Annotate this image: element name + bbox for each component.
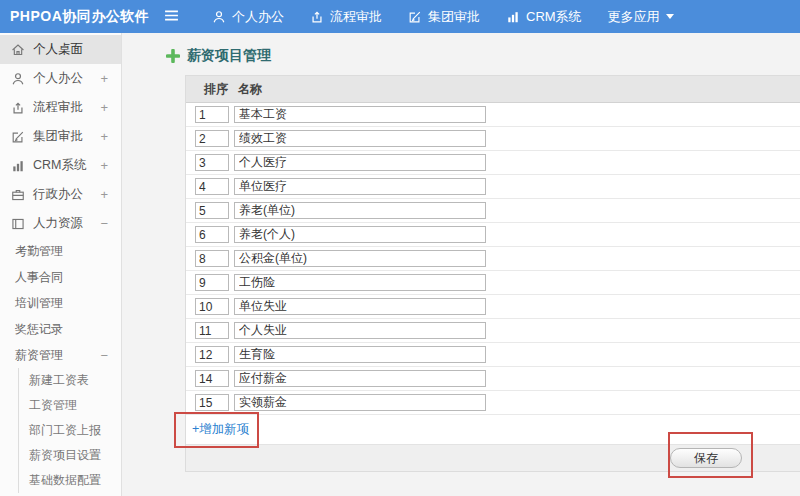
app-logo: PHPOA协同办公软件 <box>0 8 148 26</box>
table-row <box>186 367 800 391</box>
topnav-item-label: 更多应用 <box>608 8 660 26</box>
topnav-item[interactable]: 集团审批 <box>395 0 493 33</box>
sidebar-item[interactable]: 培训管理 <box>0 290 121 316</box>
table-row <box>186 391 800 415</box>
order-input[interactable] <box>195 394 229 411</box>
sidebar-item[interactable]: 流程审批+ <box>0 93 121 122</box>
name-input[interactable] <box>234 250 486 267</box>
hamburger-menu-button[interactable] <box>160 6 183 28</box>
sidebar-item[interactable]: 个人办公+ <box>0 64 121 93</box>
sidebar-item[interactable]: 集团审批+ <box>0 122 121 151</box>
order-input[interactable] <box>195 130 229 147</box>
topnav-item-label: 流程审批 <box>330 8 382 26</box>
sidebar-item[interactable]: 行政办公+ <box>0 180 121 209</box>
salary-items-panel: 排序 名称 +增加新项 保存 <box>185 75 800 472</box>
expand-toggle-icon[interactable]: + <box>100 72 108 85</box>
share-icon <box>11 101 25 115</box>
sidebar-item[interactable]: 人事合同 <box>0 264 121 290</box>
expand-toggle-icon[interactable]: − <box>100 217 108 230</box>
table-row <box>186 199 800 223</box>
table-row <box>186 247 800 271</box>
name-cell <box>234 370 800 387</box>
order-cell <box>186 370 234 387</box>
order-input[interactable] <box>195 178 229 195</box>
name-input[interactable] <box>234 226 486 243</box>
sidebar-item[interactable]: 个人桌面 <box>0 35 121 64</box>
expand-toggle-icon[interactable]: + <box>100 101 108 114</box>
order-input[interactable] <box>195 274 229 291</box>
table-row <box>186 271 800 295</box>
name-input[interactable] <box>234 274 486 291</box>
order-input[interactable] <box>195 298 229 315</box>
sidebar-item[interactable]: 基础数据配置 <box>19 468 121 493</box>
order-input[interactable] <box>195 370 229 387</box>
topnav-item-label: 个人办公 <box>232 8 284 26</box>
expand-toggle-icon[interactable]: + <box>100 188 108 201</box>
page-title: 薪资项目管理 <box>187 47 271 65</box>
order-input[interactable] <box>195 346 229 363</box>
name-input[interactable] <box>234 202 486 219</box>
top-navigation-bar: PHPOA协同办公软件 个人办公流程审批集团审批CRM系统更多应用 <box>0 0 800 33</box>
name-cell <box>234 394 800 411</box>
sidebar-item[interactable]: 部门工资上报 <box>19 418 121 443</box>
sidebar-item[interactable]: 薪资项目设置 <box>19 443 121 468</box>
table-row <box>186 295 800 319</box>
sidebar-item[interactable]: 工资管理 <box>19 393 121 418</box>
name-cell <box>234 202 800 219</box>
name-input[interactable] <box>234 346 486 363</box>
order-input[interactable] <box>195 202 229 219</box>
sidebar-item[interactable]: 薪资管理− <box>0 342 121 368</box>
topnav-item[interactable]: CRM系统 <box>493 0 595 33</box>
sidebar-item-label: 奖惩记录 <box>15 321 63 338</box>
sidebar-item[interactable]: 考勤管理 <box>0 238 121 264</box>
sidebar-item-label: 流程审批 <box>33 99 83 116</box>
expand-toggle-icon[interactable]: + <box>100 159 108 172</box>
table-body <box>186 103 800 415</box>
expand-toggle-icon[interactable]: − <box>100 349 108 362</box>
topnav-item-label: CRM系统 <box>526 8 582 26</box>
order-cell <box>186 202 234 219</box>
column-header-order: 排序 <box>186 81 234 98</box>
sidebar-item[interactable]: 奖惩记录 <box>0 316 121 342</box>
sidebar-item[interactable]: CRM系统+ <box>0 151 121 180</box>
name-input[interactable] <box>234 394 486 411</box>
name-input[interactable] <box>234 154 486 171</box>
table-row <box>186 103 800 127</box>
name-input[interactable] <box>234 178 486 195</box>
panel-footer: 保存 <box>186 445 800 471</box>
sidebar-menu: 个人桌面个人办公+流程审批+集团审批+CRM系统+行政办公+人力资源−考勤管理人… <box>0 35 121 496</box>
save-button[interactable]: 保存 <box>670 448 742 468</box>
order-cell <box>186 106 234 123</box>
name-input[interactable] <box>234 298 486 315</box>
topnav-item[interactable]: 流程审批 <box>297 0 395 33</box>
name-input[interactable] <box>234 370 486 387</box>
sidebar-item[interactable]: 新建工资表 <box>19 368 121 393</box>
name-input[interactable] <box>234 322 486 339</box>
order-cell <box>186 394 234 411</box>
table-row <box>186 127 800 151</box>
hamburger-icon <box>164 10 179 24</box>
topnav-item[interactable]: 个人办公 <box>199 0 297 33</box>
expand-toggle-icon[interactable]: + <box>100 130 108 143</box>
sidebar-item-label: CRM系统 <box>33 157 86 174</box>
book-icon <box>11 217 25 231</box>
order-input[interactable] <box>195 154 229 171</box>
order-input[interactable] <box>195 322 229 339</box>
sidebar-item-label: 个人桌面 <box>33 41 83 58</box>
add-new-item-link[interactable]: +增加新项 <box>192 421 249 438</box>
chart-icon <box>506 10 520 24</box>
topnav-item[interactable]: 更多应用 <box>595 0 687 33</box>
order-cell <box>186 322 234 339</box>
name-input[interactable] <box>234 130 486 147</box>
order-input[interactable] <box>195 250 229 267</box>
name-cell <box>234 298 800 315</box>
sidebar-item[interactable]: 人力资源− <box>0 209 121 238</box>
sidebar-item-label: 基础数据配置 <box>29 472 101 489</box>
share-icon <box>310 10 324 24</box>
order-input[interactable] <box>195 106 229 123</box>
order-input[interactable] <box>195 226 229 243</box>
sidebar-item-label: 新建工资表 <box>29 372 89 389</box>
sidebar-item-label: 薪资管理 <box>15 347 63 364</box>
sidebar-item-label: 考勤管理 <box>15 243 63 260</box>
name-input[interactable] <box>234 106 486 123</box>
